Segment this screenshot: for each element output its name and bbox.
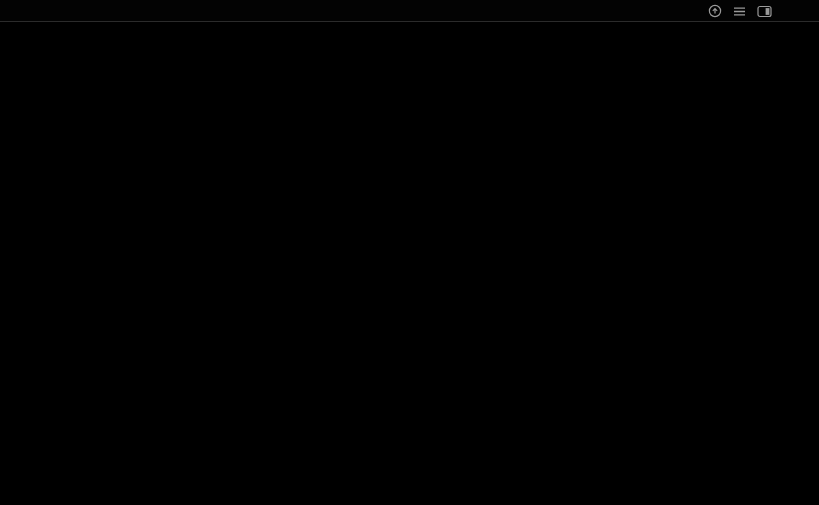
percent-axis — [777, 22, 819, 505]
header-icon-group — [708, 4, 772, 18]
panel-layout-icon[interactable] — [757, 5, 772, 18]
intraday-chart[interactable] — [47, 22, 778, 505]
price-axis — [0, 22, 46, 505]
menu-icon[interactable] — [733, 5, 746, 18]
chart-area — [47, 22, 778, 505]
circle-up-arrow-icon[interactable] — [708, 4, 722, 18]
trading-app-window — [0, 0, 819, 505]
header-bar — [0, 0, 819, 22]
